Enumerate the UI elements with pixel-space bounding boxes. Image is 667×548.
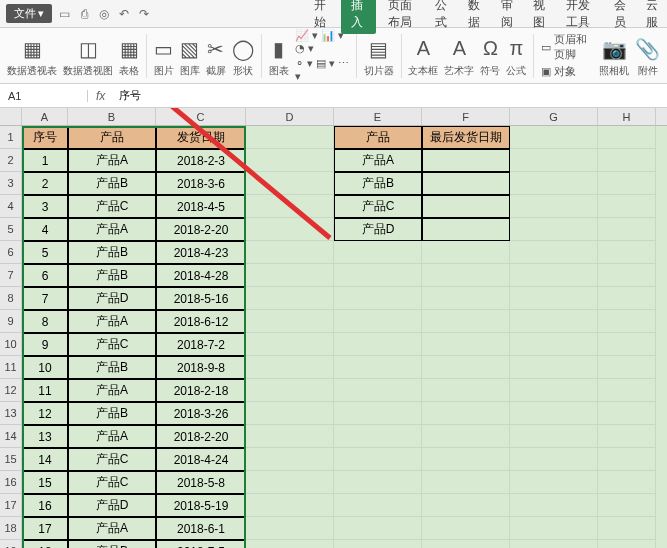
cell[interactable]: 11 (22, 379, 68, 402)
cell[interactable] (246, 356, 334, 379)
cell[interactable] (598, 264, 656, 287)
row-header[interactable]: 14 (0, 425, 22, 448)
cell[interactable]: 18 (22, 540, 68, 548)
cell[interactable]: 产品A (68, 310, 156, 333)
cell[interactable] (598, 241, 656, 264)
row-header[interactable]: 12 (0, 379, 22, 402)
cell[interactable] (334, 517, 422, 540)
cell[interactable] (510, 126, 598, 149)
cell[interactable] (334, 540, 422, 548)
cell[interactable]: 2018-2-20 (156, 218, 246, 241)
cell[interactable] (334, 448, 422, 471)
row-header[interactable]: 2 (0, 149, 22, 172)
cell[interactable]: 产品B (68, 356, 156, 379)
col-E[interactable]: E (334, 108, 422, 125)
name-box[interactable]: A1 (0, 90, 88, 102)
cell[interactable]: 产品B (68, 241, 156, 264)
tab-formula[interactable]: 公式 (429, 0, 456, 34)
cell[interactable]: 12 (22, 402, 68, 425)
cell[interactable]: 5 (22, 241, 68, 264)
cell[interactable]: 产品B (68, 172, 156, 195)
row-header[interactable]: 10 (0, 333, 22, 356)
cell[interactable] (510, 356, 598, 379)
row-header[interactable]: 15 (0, 448, 22, 471)
spreadsheet-grid[interactable]: A B C D E F G H 1序号产品发货日期产品最后发货日期21产品A20… (0, 108, 667, 548)
cell[interactable]: 产品A (68, 425, 156, 448)
cell[interactable] (334, 379, 422, 402)
cell[interactable] (246, 379, 334, 402)
cell[interactable]: 2018-6-1 (156, 517, 246, 540)
cell[interactable]: 2018-4-24 (156, 448, 246, 471)
cell[interactable]: 产品B (68, 540, 156, 548)
cell[interactable] (598, 218, 656, 241)
row-header[interactable]: 3 (0, 172, 22, 195)
cell[interactable]: 2018-4-23 (156, 241, 246, 264)
preview-icon[interactable]: ◎ (96, 6, 112, 22)
cell[interactable] (422, 310, 510, 333)
cell[interactable]: 2018-4-5 (156, 195, 246, 218)
tab-view[interactable]: 视图 (527, 0, 554, 34)
row-header[interactable]: 7 (0, 264, 22, 287)
tab-start[interactable]: 开始 (308, 0, 335, 34)
tab-cloud[interactable]: 云服 (640, 0, 667, 34)
row-header[interactable]: 6 (0, 241, 22, 264)
col-D[interactable]: D (246, 108, 334, 125)
cell[interactable] (246, 149, 334, 172)
cell[interactable]: 8 (22, 310, 68, 333)
cell[interactable] (422, 494, 510, 517)
cell[interactable] (598, 448, 656, 471)
cell[interactable] (422, 471, 510, 494)
col-B[interactable]: B (68, 108, 156, 125)
cell[interactable]: 16 (22, 494, 68, 517)
cell[interactable] (334, 333, 422, 356)
cell[interactable] (510, 287, 598, 310)
cell[interactable]: 最后发货日期 (422, 126, 510, 149)
cell[interactable] (510, 149, 598, 172)
cell[interactable]: 2018-2-20 (156, 425, 246, 448)
textbox-button[interactable]: A文本框 (405, 34, 441, 78)
cell[interactable] (246, 218, 334, 241)
cell[interactable] (422, 287, 510, 310)
cell[interactable]: 2018-9-8 (156, 356, 246, 379)
cell[interactable] (422, 264, 510, 287)
cell[interactable]: 2018-6-12 (156, 310, 246, 333)
cell[interactable]: 2018-4-28 (156, 264, 246, 287)
wordart-button[interactable]: A艺术字 (441, 34, 477, 78)
cell[interactable] (246, 517, 334, 540)
cell[interactable]: 产品C (68, 333, 156, 356)
attachment-button[interactable]: 📎附件 (632, 34, 663, 78)
slicer-button[interactable]: ▤切片器 (361, 34, 397, 78)
cell[interactable] (422, 195, 510, 218)
cell[interactable] (334, 241, 422, 264)
cell[interactable] (598, 126, 656, 149)
cell[interactable]: 产品C (68, 195, 156, 218)
picture-button[interactable]: ▭图片 (151, 34, 177, 78)
row-header[interactable]: 4 (0, 195, 22, 218)
cell[interactable]: 2018-2-18 (156, 379, 246, 402)
cell[interactable] (246, 195, 334, 218)
cell[interactable] (598, 540, 656, 548)
cell[interactable]: 6 (22, 264, 68, 287)
tab-dev[interactable]: 开发工具 (560, 0, 602, 34)
cell[interactable] (510, 333, 598, 356)
row-header[interactable]: 16 (0, 471, 22, 494)
cell[interactable] (510, 310, 598, 333)
cell[interactable] (598, 517, 656, 540)
table-button[interactable]: ▦表格 (116, 34, 142, 78)
print-icon[interactable]: ⎙ (76, 6, 92, 22)
col-A[interactable]: A (22, 108, 68, 125)
camera-button[interactable]: 📷照相机 (596, 34, 632, 78)
cell[interactable] (422, 218, 510, 241)
cell[interactable] (422, 241, 510, 264)
cell[interactable] (334, 356, 422, 379)
cell[interactable] (598, 287, 656, 310)
cell[interactable] (422, 425, 510, 448)
cell[interactable] (598, 195, 656, 218)
cell[interactable]: 13 (22, 425, 68, 448)
col-H[interactable]: H (598, 108, 656, 125)
cell[interactable]: 2018-7-5 (156, 540, 246, 548)
cell[interactable] (510, 402, 598, 425)
cell[interactable] (510, 494, 598, 517)
shapes-button[interactable]: ◯形状 (229, 34, 257, 78)
cell[interactable] (598, 333, 656, 356)
